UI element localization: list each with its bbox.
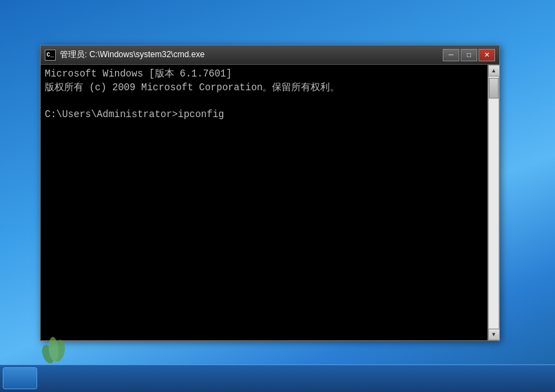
terminal-line-1: Microsoft Windows [版本 6.1.7601] bbox=[45, 68, 483, 81]
plant-decoration bbox=[34, 323, 76, 364]
scrollbar-thumb[interactable] bbox=[489, 78, 499, 99]
terminal-line-3 bbox=[45, 94, 483, 108]
window-controls: ─ □ ✕ bbox=[443, 49, 495, 61]
taskbar bbox=[0, 364, 555, 392]
terminal-line-2: 版权所有 (c) 2009 Microsoft Corporation。保留所有… bbox=[45, 81, 483, 95]
maximize-button[interactable]: □ bbox=[461, 49, 477, 61]
scrollbar-down-arrow[interactable]: ▼ bbox=[488, 329, 500, 340]
title-bar: C_ 管理员: C:\Windows\system32\cmd.exe ─ □ … bbox=[41, 45, 499, 65]
terminal-content[interactable]: Microsoft Windows [版本 6.1.7601] 版权所有 (c)… bbox=[41, 65, 488, 340]
scrollbar-track[interactable] bbox=[488, 76, 499, 329]
desktop: C_ 管理员: C:\Windows\system32\cmd.exe ─ □ … bbox=[0, 0, 555, 392]
cmd-window: C_ 管理员: C:\Windows\system32\cmd.exe ─ □ … bbox=[40, 45, 500, 341]
scrollbar-up-arrow[interactable]: ▲ bbox=[488, 65, 500, 76]
start-button[interactable] bbox=[3, 367, 37, 389]
terminal-body: Microsoft Windows [版本 6.1.7601] 版权所有 (c)… bbox=[41, 65, 499, 340]
scrollbar: ▲ ▼ bbox=[488, 65, 499, 340]
terminal-line-4: C:\Users\Administrator>ipconfig bbox=[45, 108, 483, 122]
window-title: 管理员: C:\Windows\system32\cmd.exe bbox=[60, 49, 440, 61]
cmd-icon: C_ bbox=[45, 50, 56, 61]
minimize-button[interactable]: ─ bbox=[443, 49, 459, 61]
close-button[interactable]: ✕ bbox=[479, 49, 495, 61]
